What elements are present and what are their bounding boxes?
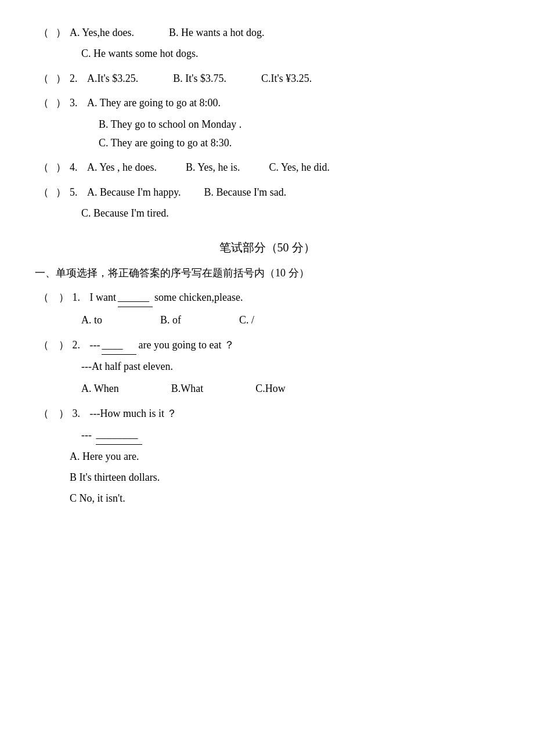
close-w3: ） <box>55 404 73 423</box>
w2-optC: C.How <box>255 379 286 398</box>
bracket-w2: （ <box>35 336 52 354</box>
bracket-w3: （ <box>35 404 52 423</box>
w1-options: A. to B. of C. / <box>81 311 499 329</box>
w3-optC: C No, it isn't. <box>70 489 499 507</box>
close-w1: ） <box>55 288 73 307</box>
w1-text2: some chicken,please. <box>154 288 243 307</box>
w1-optB: B. of <box>160 311 181 329</box>
l3-optA: A. They are going to go at 8:00. <box>87 93 221 112</box>
l1-optA: A. Yes,he does. <box>70 23 134 42</box>
w3-optA: A. Here you are. <box>70 447 499 466</box>
w3-response-line: --- ________ <box>81 425 499 444</box>
listening-q2: （ ） 2. A.It's $3.25. B. It's $3.75. C.It… <box>35 69 499 88</box>
bracket-l4: （ <box>35 158 52 177</box>
listening-q3: （ ） 3. A. They are going to go at 8:00. … <box>35 93 499 152</box>
w3-num: 3. <box>73 404 90 423</box>
w1-num: 1. <box>73 288 90 307</box>
listening-q1: （ ） A. Yes,he does. B. He wants a hot do… <box>35 23 499 63</box>
w1-optC: C. / <box>239 311 254 329</box>
l2-optC: C.It's ¥3.25. <box>261 69 312 88</box>
l5-optC: C. Because I'm tired. <box>81 204 499 222</box>
bracket-w1: （ <box>35 288 52 307</box>
close-l1: ） <box>52 23 70 42</box>
w2-options: A. When B.What C.How <box>81 379 499 398</box>
close-w2: ） <box>55 336 73 354</box>
bracket-l2: （ <box>35 69 52 88</box>
part1-instruction: 一、单项选择，将正确答案的序号写在题前括号内（10 分） <box>35 264 499 282</box>
l2-optB: B. It's $3.75. <box>173 69 226 88</box>
l5-optA: A. Because I'm happy. <box>87 183 181 201</box>
written-q2: （ ） 2. --- ____ are you going to eat ？ -… <box>35 336 499 398</box>
l2-num: 2. <box>70 69 87 88</box>
w1-blank: ______ <box>118 288 153 307</box>
l5-optB: B. Because I'm sad. <box>204 183 287 201</box>
bracket-l5: （ <box>35 183 52 201</box>
w3-optB: B It's thirteen dollars. <box>70 468 499 487</box>
w2-text2: are you going to eat ？ <box>138 336 234 354</box>
close-l2: ） <box>52 69 70 88</box>
l3-num: 3. <box>70 93 87 112</box>
w1-optA: A. to <box>81 311 102 329</box>
listening-q5: （ ） 5. A. Because I'm happy. B. Because … <box>35 183 499 223</box>
close-l5: ） <box>52 183 70 201</box>
l4-optA: A. Yes , he does. <box>87 158 157 177</box>
l1-optC: C. He wants some hot dogs. <box>81 44 499 63</box>
w1-text1: I want <box>90 288 116 307</box>
l4-optC: C. Yes, he did. <box>269 158 330 177</box>
close-l4: ） <box>52 158 70 177</box>
listening-q4: （ ） 4. A. Yes , he does. B. Yes, he is. … <box>35 158 499 177</box>
bracket-l3: （ <box>35 93 52 112</box>
w3-text1: ---How much is it ？ <box>90 404 178 423</box>
w2-optA: A. When <box>81 379 119 398</box>
l3-optB: B. They go to school on Monday . <box>99 115 499 134</box>
w2-blank: ____ <box>102 336 136 355</box>
w2-num: 2. <box>73 336 90 354</box>
l3-optC: C. They are going to go at 8:30. <box>99 134 499 152</box>
l4-optB: B. Yes, he is. <box>186 158 240 177</box>
l1-optB: B. He wants a hot dog. <box>169 23 264 42</box>
w3-response: --- <box>81 429 92 441</box>
written-q1: （ ） 1. I want ______ some chicken,please… <box>35 288 499 330</box>
w3-blank: ________ <box>96 425 142 444</box>
bracket-l1: （ <box>35 23 52 42</box>
written-q3: （ ） 3. ---How much is it ？ --- ________ … <box>35 404 499 508</box>
close-l3: ） <box>52 93 70 112</box>
w2-optB: B.What <box>171 379 204 398</box>
l4-num: 4. <box>70 158 87 177</box>
w2-text1: --- <box>90 336 100 354</box>
written-section-title: 笔试部分（50 分） <box>35 237 499 258</box>
l5-num: 5. <box>70 183 87 201</box>
w2-response: ---At half past eleven. <box>81 357 499 376</box>
l2-optA: A.It's $3.25. <box>87 69 138 88</box>
